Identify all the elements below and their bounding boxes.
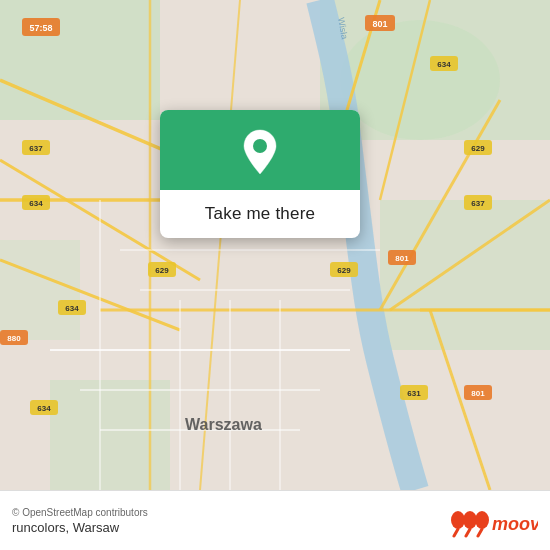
location-name: runcolors: [12, 520, 65, 535]
take-me-there-label: Take me there: [205, 204, 315, 224]
bottom-bar: © OpenStreetMap contributors runcolors, …: [0, 490, 550, 550]
svg-rect-4: [50, 380, 170, 490]
svg-text:634: 634: [437, 60, 451, 69]
svg-text:629: 629: [155, 266, 169, 275]
svg-text:801: 801: [372, 19, 387, 29]
svg-rect-1: [0, 0, 160, 120]
attribution-text: © OpenStreetMap contributors: [12, 507, 148, 518]
svg-rect-5: [0, 240, 80, 340]
svg-point-62: [451, 511, 465, 529]
svg-rect-3: [380, 200, 550, 350]
svg-text:moovit: moovit: [492, 514, 538, 534]
location-info: runcolors, Warsaw: [12, 520, 148, 535]
svg-point-64: [475, 511, 489, 529]
svg-text:634: 634: [29, 199, 43, 208]
svg-text:880: 880: [7, 334, 21, 343]
svg-text:637: 637: [471, 199, 485, 208]
svg-text:634: 634: [37, 404, 51, 413]
bottom-left-info: © OpenStreetMap contributors runcolors, …: [12, 507, 148, 535]
location-separator: ,: [65, 520, 72, 535]
location-pin-icon: [238, 130, 282, 174]
location-city: Warsaw: [73, 520, 119, 535]
popup-card: Take me there: [160, 110, 360, 238]
take-me-there-button[interactable]: Take me there: [160, 190, 360, 238]
map-container: Wisła 57:58 801: [0, 0, 550, 490]
svg-text:Warszawa: Warszawa: [185, 416, 262, 433]
svg-text:629: 629: [337, 266, 351, 275]
svg-text:631: 631: [407, 389, 421, 398]
svg-text:57:58: 57:58: [29, 23, 52, 33]
svg-point-63: [463, 511, 477, 529]
svg-point-61: [253, 139, 267, 153]
popup-green-area: [160, 110, 360, 190]
moovit-logo: moovit: [448, 504, 538, 538]
svg-text:634: 634: [65, 304, 79, 313]
svg-text:629: 629: [471, 144, 485, 153]
svg-text:637: 637: [29, 144, 43, 153]
svg-text:801: 801: [471, 389, 485, 398]
svg-text:801: 801: [395, 254, 409, 263]
